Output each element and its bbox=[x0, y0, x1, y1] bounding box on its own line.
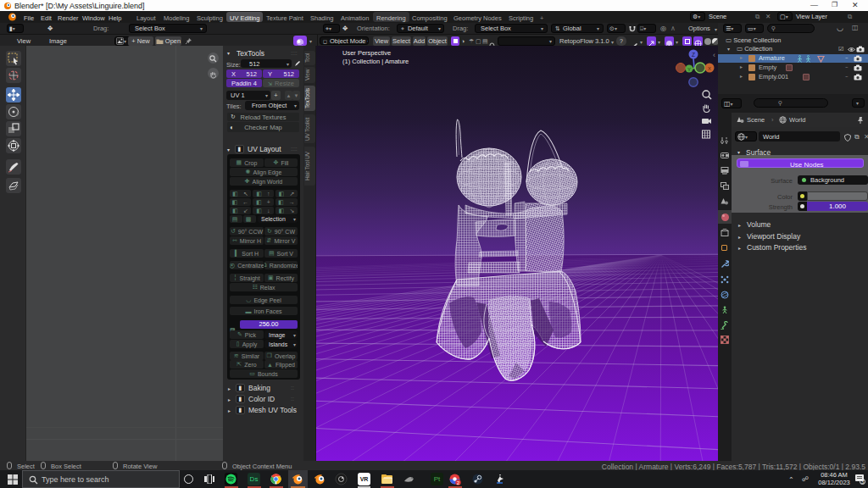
svg-text:User Perspective: User Perspective bbox=[342, 49, 391, 57]
svg-text:Y: Y bbox=[687, 67, 691, 72]
svg-text:(1) Collection | Amature: (1) Collection | Amature bbox=[342, 58, 409, 65]
svg-text:X: X bbox=[708, 66, 711, 71]
svg-text:‹: ‹ bbox=[713, 51, 715, 59]
svg-text:3: 3 bbox=[861, 480, 864, 485]
svg-text:Z: Z bbox=[692, 52, 695, 58]
